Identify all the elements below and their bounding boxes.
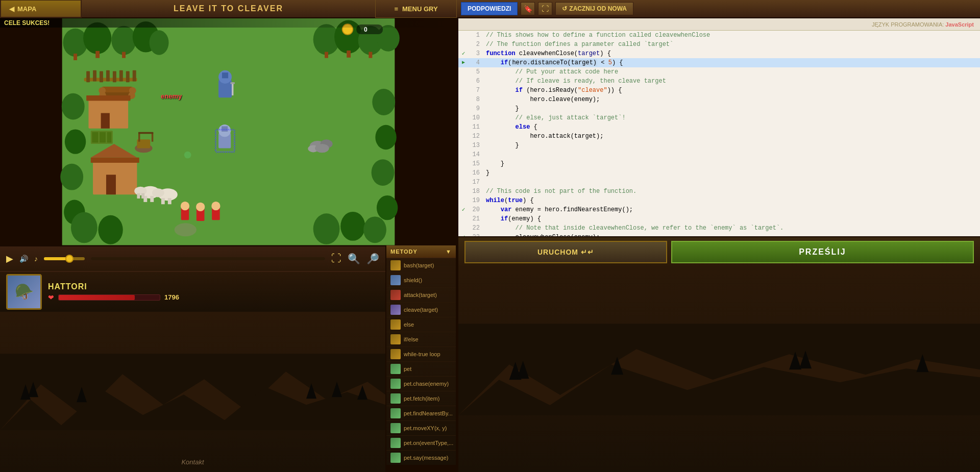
lang-label-text: JĘZYK PROGRAMOWANIA: <box>872 21 944 28</box>
svg-rect-72 <box>222 72 228 78</box>
volume-slider[interactable] <box>44 257 85 260</box>
code-line-8: 8 hero.cleave(enemy); <box>458 95 980 104</box>
game-controls: ▶ 🔊 ♪ ⛶ 🔍 🔎 <box>0 245 385 271</box>
run-button[interactable]: URUCHOM ↵↵ <box>464 241 667 263</box>
pet-label: pet <box>404 366 411 372</box>
ifelse-label: if/else <box>404 336 419 342</box>
code-line-11: 11 else { <box>458 122 980 132</box>
svg-rect-30 <box>86 71 90 83</box>
code-line-18: 18 // This code is not part of the funct… <box>458 187 980 196</box>
svg-rect-46 <box>101 113 110 129</box>
code-line-4: ▶ 4 if(hero.distanceTo(target) < 5) { <box>458 58 980 67</box>
expand-button[interactable]: ⛶ <box>331 253 341 264</box>
svg-point-28 <box>363 216 386 243</box>
pet-find-icon <box>390 408 401 418</box>
svg-rect-37 <box>133 70 136 82</box>
bookmark-icon: 🔖 <box>524 5 532 13</box>
svg-rect-34 <box>113 71 116 83</box>
svg-point-63 <box>315 144 329 153</box>
play-button[interactable]: ▶ <box>6 253 13 264</box>
svg-point-26 <box>313 213 340 244</box>
svg-rect-77 <box>150 196 154 202</box>
code-editor[interactable]: 1 // This shows how to define a function… <box>458 31 980 236</box>
fullscreen-icon: ⛶ <box>542 5 549 13</box>
svg-rect-59 <box>106 175 116 194</box>
zoom-out-button[interactable]: 🔎 <box>366 253 379 265</box>
svg-point-20 <box>372 89 395 115</box>
svg-rect-33 <box>106 70 110 82</box>
svg-rect-45 <box>86 95 130 101</box>
health-value: 1796 <box>164 293 179 301</box>
editor-panel: JĘZYK PROGRAMOWANIA: JavaScript 1 // Thi… <box>457 18 980 472</box>
bookmark-button[interactable]: 🔖 <box>521 2 535 15</box>
method-shield[interactable]: shield() <box>386 273 456 288</box>
svg-point-64 <box>175 223 197 236</box>
svg-rect-35 <box>119 70 123 82</box>
svg-point-8 <box>150 30 169 55</box>
arrow-left-icon: ◀ <box>9 5 14 13</box>
svg-point-21 <box>375 125 396 150</box>
svg-point-16 <box>62 93 85 120</box>
marker-4: ▶ <box>458 58 469 67</box>
zoom-in-button[interactable]: 🔍 <box>348 253 360 265</box>
method-attack[interactable]: attack(target) <box>386 288 456 303</box>
fullscreen-button[interactable]: ⛶ <box>538 2 552 15</box>
methods-panel: METODY ▼ bash(target) shield() <box>385 245 457 465</box>
sound-button[interactable]: 🔊 <box>19 255 28 263</box>
health-fill <box>59 295 135 300</box>
hint-button[interactable]: PODPOWIEDZI <box>461 2 518 15</box>
submit-button[interactable]: PRZEŚLIJ <box>671 241 974 263</box>
method-pet-on[interactable]: pet.on(eventType,... <box>386 436 456 451</box>
svg-rect-57 <box>91 158 139 163</box>
svg-point-88 <box>196 203 205 211</box>
landscape-area: Kontakt <box>0 312 385 473</box>
svg-point-23 <box>377 195 398 220</box>
menu-button[interactable]: ≡ MENU GRY <box>375 0 457 18</box>
map-label: MAPA <box>17 5 36 13</box>
svg-rect-83 <box>168 198 172 204</box>
method-pet-find[interactable]: pet.findNearestBy... <box>386 406 456 421</box>
pet-chase-icon <box>390 379 401 389</box>
lang-label: JĘZYK PROGRAMOWANIA: JavaScript <box>872 21 974 28</box>
music-button[interactable]: ♪ <box>34 255 38 263</box>
methods-list: bash(target) shield() attack(target) <box>386 258 456 465</box>
svg-rect-51 <box>138 132 153 134</box>
method-pet-fetch[interactable]: pet.fetch(item) <box>386 391 456 406</box>
method-pet[interactable]: pet <box>386 362 456 377</box>
methods-expand-icon[interactable]: ▼ <box>446 249 452 255</box>
marker-20: ✓ <box>458 205 469 214</box>
svg-rect-2 <box>74 54 77 60</box>
map-button[interactable]: ◀ MAPA <box>0 0 82 18</box>
cleave-label: cleave(target) <box>404 307 438 313</box>
svg-point-18 <box>60 164 83 190</box>
svg-rect-53 <box>92 132 98 143</box>
pet-say-label: pet.say(message) <box>404 455 448 461</box>
cleave-icon <box>390 305 401 315</box>
code-line-2: 2 // The function defines a parameter ca… <box>458 40 980 49</box>
method-pet-say[interactable]: pet.say(message) <box>386 451 456 465</box>
code-line-6: 6 // If cleave is ready, then cleave tar… <box>458 77 980 86</box>
pet-chase-label: pet.chase(enemy) <box>404 381 449 387</box>
heart-icon: ❤ <box>48 293 54 302</box>
pet-fetch-label: pet.fetch(item) <box>404 395 439 402</box>
character-name: HATTORI <box>48 282 179 291</box>
method-while[interactable]: while-true loop <box>386 347 456 362</box>
pet-on-icon <box>390 438 401 448</box>
shield-icon <box>390 275 401 285</box>
method-cleave[interactable]: cleave(target) <box>386 303 456 317</box>
svg-point-5 <box>111 26 136 55</box>
method-ifelse[interactable]: if/else <box>386 332 456 347</box>
method-else[interactable]: else <box>386 317 456 332</box>
pet-find-label: pet.findNearestBy... <box>404 410 453 416</box>
svg-rect-54 <box>100 132 106 143</box>
method-pet-chase[interactable]: pet.chase(enemy) <box>386 377 456 391</box>
method-bash[interactable]: bash(target) <box>386 258 456 273</box>
svg-rect-31 <box>93 70 96 82</box>
svg-rect-4 <box>95 51 100 58</box>
contact-link[interactable]: Kontakt <box>181 458 204 466</box>
svg-rect-32 <box>100 71 103 83</box>
svg-rect-36 <box>126 71 130 83</box>
menu-icon: ≡ <box>394 5 398 13</box>
method-pet-move[interactable]: pet.moveXY(x, y) <box>386 421 456 436</box>
restart-button[interactable]: ↺ ZACZNIJ OD NOWA <box>555 2 633 15</box>
